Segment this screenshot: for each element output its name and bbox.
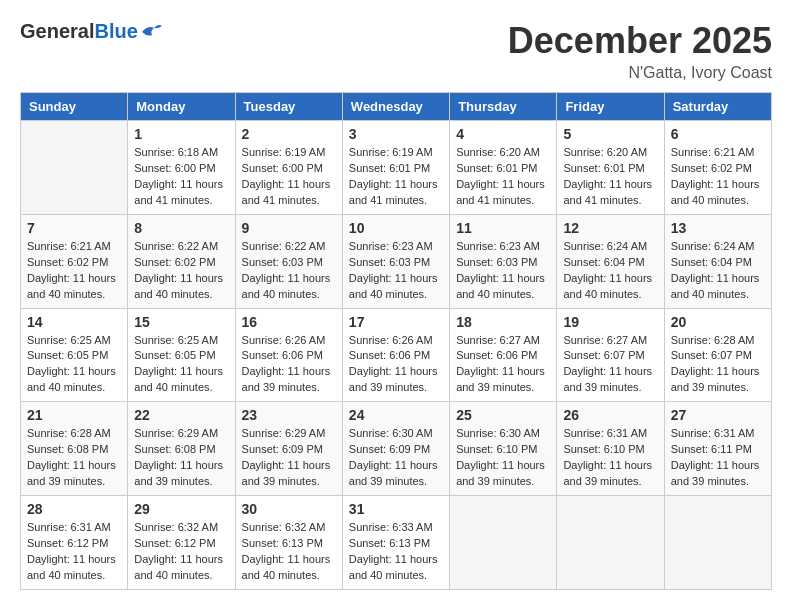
week-row-1: 1Sunrise: 6:18 AM Sunset: 6:00 PM Daylig… <box>21 121 772 215</box>
day-number: 14 <box>27 314 121 330</box>
weekday-header-row: SundayMondayTuesdayWednesdayThursdayFrid… <box>21 93 772 121</box>
day-info: Sunrise: 6:26 AM Sunset: 6:06 PM Dayligh… <box>349 333 443 397</box>
calendar-cell: 19Sunrise: 6:27 AM Sunset: 6:07 PM Dayli… <box>557 308 664 402</box>
day-number: 4 <box>456 126 550 142</box>
day-info: Sunrise: 6:27 AM Sunset: 6:06 PM Dayligh… <box>456 333 550 397</box>
day-info: Sunrise: 6:31 AM Sunset: 6:12 PM Dayligh… <box>27 520 121 584</box>
day-info: Sunrise: 6:28 AM Sunset: 6:08 PM Dayligh… <box>27 426 121 490</box>
calendar-cell: 13Sunrise: 6:24 AM Sunset: 6:04 PM Dayli… <box>664 214 771 308</box>
day-info: Sunrise: 6:31 AM Sunset: 6:10 PM Dayligh… <box>563 426 657 490</box>
day-number: 21 <box>27 407 121 423</box>
week-row-5: 28Sunrise: 6:31 AM Sunset: 6:12 PM Dayli… <box>21 496 772 590</box>
calendar-cell: 2Sunrise: 6:19 AM Sunset: 6:00 PM Daylig… <box>235 121 342 215</box>
week-row-2: 7Sunrise: 6:21 AM Sunset: 6:02 PM Daylig… <box>21 214 772 308</box>
calendar-cell <box>21 121 128 215</box>
day-number: 27 <box>671 407 765 423</box>
day-number: 18 <box>456 314 550 330</box>
location-subtitle: N'Gatta, Ivory Coast <box>508 64 772 82</box>
week-row-4: 21Sunrise: 6:28 AM Sunset: 6:08 PM Dayli… <box>21 402 772 496</box>
day-info: Sunrise: 6:20 AM Sunset: 6:01 PM Dayligh… <box>563 145 657 209</box>
week-row-3: 14Sunrise: 6:25 AM Sunset: 6:05 PM Dayli… <box>21 308 772 402</box>
day-info: Sunrise: 6:25 AM Sunset: 6:05 PM Dayligh… <box>134 333 228 397</box>
weekday-header-tuesday: Tuesday <box>235 93 342 121</box>
logo: GeneralBlue <box>20 20 162 43</box>
day-number: 23 <box>242 407 336 423</box>
day-info: Sunrise: 6:20 AM Sunset: 6:01 PM Dayligh… <box>456 145 550 209</box>
logo-general-text: General <box>20 20 94 43</box>
calendar-cell: 25Sunrise: 6:30 AM Sunset: 6:10 PM Dayli… <box>450 402 557 496</box>
calendar-cell: 12Sunrise: 6:24 AM Sunset: 6:04 PM Dayli… <box>557 214 664 308</box>
day-number: 22 <box>134 407 228 423</box>
calendar-cell: 20Sunrise: 6:28 AM Sunset: 6:07 PM Dayli… <box>664 308 771 402</box>
day-number: 25 <box>456 407 550 423</box>
day-number: 5 <box>563 126 657 142</box>
day-info: Sunrise: 6:31 AM Sunset: 6:11 PM Dayligh… <box>671 426 765 490</box>
day-number: 30 <box>242 501 336 517</box>
day-info: Sunrise: 6:32 AM Sunset: 6:13 PM Dayligh… <box>242 520 336 584</box>
calendar-cell: 15Sunrise: 6:25 AM Sunset: 6:05 PM Dayli… <box>128 308 235 402</box>
day-number: 2 <box>242 126 336 142</box>
calendar-cell: 14Sunrise: 6:25 AM Sunset: 6:05 PM Dayli… <box>21 308 128 402</box>
weekday-header-wednesday: Wednesday <box>342 93 449 121</box>
day-info: Sunrise: 6:23 AM Sunset: 6:03 PM Dayligh… <box>349 239 443 303</box>
calendar-cell: 28Sunrise: 6:31 AM Sunset: 6:12 PM Dayli… <box>21 496 128 590</box>
day-number: 10 <box>349 220 443 236</box>
day-number: 7 <box>27 220 121 236</box>
day-number: 12 <box>563 220 657 236</box>
calendar-cell <box>450 496 557 590</box>
weekday-header-saturday: Saturday <box>664 93 771 121</box>
calendar-cell: 27Sunrise: 6:31 AM Sunset: 6:11 PM Dayli… <box>664 402 771 496</box>
day-info: Sunrise: 6:29 AM Sunset: 6:09 PM Dayligh… <box>242 426 336 490</box>
calendar-cell: 17Sunrise: 6:26 AM Sunset: 6:06 PM Dayli… <box>342 308 449 402</box>
title-block: December 2025 N'Gatta, Ivory Coast <box>508 20 772 82</box>
calendar-cell: 1Sunrise: 6:18 AM Sunset: 6:00 PM Daylig… <box>128 121 235 215</box>
day-number: 15 <box>134 314 228 330</box>
day-number: 20 <box>671 314 765 330</box>
day-number: 16 <box>242 314 336 330</box>
day-info: Sunrise: 6:21 AM Sunset: 6:02 PM Dayligh… <box>671 145 765 209</box>
calendar-cell <box>557 496 664 590</box>
day-info: Sunrise: 6:24 AM Sunset: 6:04 PM Dayligh… <box>563 239 657 303</box>
day-info: Sunrise: 6:23 AM Sunset: 6:03 PM Dayligh… <box>456 239 550 303</box>
calendar-cell: 26Sunrise: 6:31 AM Sunset: 6:10 PM Dayli… <box>557 402 664 496</box>
day-info: Sunrise: 6:25 AM Sunset: 6:05 PM Dayligh… <box>27 333 121 397</box>
page-header: GeneralBlue December 2025 N'Gatta, Ivory… <box>20 20 772 82</box>
day-number: 17 <box>349 314 443 330</box>
day-info: Sunrise: 6:19 AM Sunset: 6:01 PM Dayligh… <box>349 145 443 209</box>
calendar-cell: 8Sunrise: 6:22 AM Sunset: 6:02 PM Daylig… <box>128 214 235 308</box>
calendar-cell <box>664 496 771 590</box>
day-info: Sunrise: 6:21 AM Sunset: 6:02 PM Dayligh… <box>27 239 121 303</box>
day-number: 24 <box>349 407 443 423</box>
calendar-cell: 10Sunrise: 6:23 AM Sunset: 6:03 PM Dayli… <box>342 214 449 308</box>
day-info: Sunrise: 6:26 AM Sunset: 6:06 PM Dayligh… <box>242 333 336 397</box>
day-number: 19 <box>563 314 657 330</box>
calendar-cell: 5Sunrise: 6:20 AM Sunset: 6:01 PM Daylig… <box>557 121 664 215</box>
day-number: 28 <box>27 501 121 517</box>
day-number: 9 <box>242 220 336 236</box>
calendar-cell: 9Sunrise: 6:22 AM Sunset: 6:03 PM Daylig… <box>235 214 342 308</box>
day-info: Sunrise: 6:30 AM Sunset: 6:10 PM Dayligh… <box>456 426 550 490</box>
weekday-header-monday: Monday <box>128 93 235 121</box>
logo-blue-text: Blue <box>94 20 137 43</box>
day-number: 3 <box>349 126 443 142</box>
day-number: 26 <box>563 407 657 423</box>
calendar-cell: 29Sunrise: 6:32 AM Sunset: 6:12 PM Dayli… <box>128 496 235 590</box>
weekday-header-thursday: Thursday <box>450 93 557 121</box>
calendar-cell: 18Sunrise: 6:27 AM Sunset: 6:06 PM Dayli… <box>450 308 557 402</box>
day-number: 31 <box>349 501 443 517</box>
day-info: Sunrise: 6:22 AM Sunset: 6:03 PM Dayligh… <box>242 239 336 303</box>
day-info: Sunrise: 6:30 AM Sunset: 6:09 PM Dayligh… <box>349 426 443 490</box>
day-info: Sunrise: 6:18 AM Sunset: 6:00 PM Dayligh… <box>134 145 228 209</box>
day-info: Sunrise: 6:32 AM Sunset: 6:12 PM Dayligh… <box>134 520 228 584</box>
day-info: Sunrise: 6:22 AM Sunset: 6:02 PM Dayligh… <box>134 239 228 303</box>
day-info: Sunrise: 6:27 AM Sunset: 6:07 PM Dayligh… <box>563 333 657 397</box>
month-title: December 2025 <box>508 20 772 62</box>
day-info: Sunrise: 6:29 AM Sunset: 6:08 PM Dayligh… <box>134 426 228 490</box>
calendar-table: SundayMondayTuesdayWednesdayThursdayFrid… <box>20 92 772 590</box>
day-info: Sunrise: 6:33 AM Sunset: 6:13 PM Dayligh… <box>349 520 443 584</box>
day-number: 13 <box>671 220 765 236</box>
calendar-cell: 22Sunrise: 6:29 AM Sunset: 6:08 PM Dayli… <box>128 402 235 496</box>
day-info: Sunrise: 6:19 AM Sunset: 6:00 PM Dayligh… <box>242 145 336 209</box>
calendar-cell: 7Sunrise: 6:21 AM Sunset: 6:02 PM Daylig… <box>21 214 128 308</box>
weekday-header-friday: Friday <box>557 93 664 121</box>
